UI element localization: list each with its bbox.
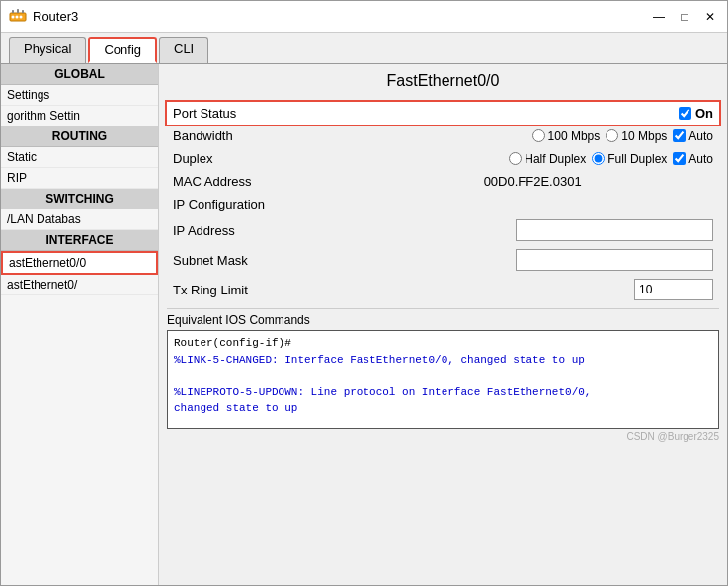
tab-cli[interactable]: CLI	[159, 37, 208, 63]
port-status-row: Port Status On	[167, 102, 719, 125]
sidebar-item-algorithm[interactable]: gorithm Settin	[1, 106, 158, 126]
terminal-line-5: changed state to up	[174, 400, 712, 417]
window-controls: — □ ✕	[650, 8, 719, 26]
bandwidth-100mbps-text: 100 Mbps	[548, 129, 601, 143]
sidebar-section-routing: ROUTING	[1, 126, 158, 147]
ip-address-row: IP Address	[167, 215, 719, 245]
port-status-cell: On	[352, 106, 713, 121]
bandwidth-10mbps-label[interactable]: 10 Mbps	[606, 129, 667, 143]
bandwidth-row: Bandwidth 100 Mbps 10 Mbps	[167, 125, 719, 147]
ip-address-input[interactable]	[516, 219, 713, 241]
bandwidth-10mbps-text: 10 Mbps	[621, 129, 667, 143]
tx-ring-label: Tx Ring Limit	[167, 275, 346, 304]
minimize-button[interactable]: —	[650, 8, 668, 26]
maximize-button[interactable]: □	[676, 8, 693, 26]
bandwidth-auto-checkbox[interactable]	[673, 129, 686, 142]
svg-rect-4	[12, 10, 14, 13]
svg-point-2	[16, 15, 19, 18]
duplex-full-label[interactable]: Full Duplex	[592, 152, 667, 166]
title-bar: Router3 — □ ✕	[1, 1, 727, 33]
sidebar-section-switching: SWITCHING	[1, 189, 158, 209]
equivalent-ios-label: Equivalent IOS Commands	[167, 313, 719, 327]
duplex-radio-group: Half Duplex Full Duplex Auto	[352, 152, 713, 166]
duplex-half-text: Half Duplex	[525, 152, 586, 166]
sidebar-section-interface: INTERFACE	[1, 230, 158, 251]
svg-rect-6	[22, 10, 24, 13]
tx-ring-row: Tx Ring Limit	[167, 275, 719, 304]
config-table: Port Status On Bandwidth	[167, 102, 719, 304]
bandwidth-auto-label[interactable]: Auto	[673, 129, 713, 143]
sidebar-item-static[interactable]: Static	[1, 147, 158, 168]
sidebar-item-vlan[interactable]: /LAN Databas	[1, 209, 158, 230]
sidebar-item-settings[interactable]: Settings	[1, 85, 158, 106]
ip-config-section-label: IP Configuration	[167, 193, 346, 215]
bandwidth-100mbps-label[interactable]: 100 Mbps	[532, 129, 601, 143]
subnet-mask-label: Subnet Mask	[167, 245, 346, 275]
equivalent-ios-section: Equivalent IOS Commands Router(config-if…	[167, 308, 719, 429]
sidebar: GLOBAL Settings gorithm Settin ROUTING S…	[1, 64, 159, 585]
duplex-half-radio[interactable]	[509, 152, 522, 165]
window-title: Router3	[33, 9, 78, 24]
watermark: CSDN @Burger2325	[167, 431, 719, 442]
port-status-on: On	[695, 106, 713, 121]
subnet-mask-input-cell	[346, 245, 719, 275]
tab-physical[interactable]: Physical	[9, 37, 86, 63]
duplex-value: Half Duplex Full Duplex Auto	[346, 147, 719, 170]
terminal-line-3	[174, 368, 712, 384]
duplex-half-label[interactable]: Half Duplex	[509, 152, 586, 166]
ip-config-header-row: IP Configuration	[167, 193, 719, 215]
router-icon	[9, 8, 27, 26]
svg-point-3	[20, 15, 23, 18]
terminal-box[interactable]: Router(config-if)# %LINK-5-CHANGED: Inte…	[167, 330, 719, 429]
duplex-auto-label[interactable]: Auto	[673, 152, 713, 166]
subnet-mask-input[interactable]	[516, 249, 713, 271]
mac-address-label: MAC Address	[167, 170, 346, 193]
right-panel: FastEthernet0/0 Port Status On Bandwidth	[159, 64, 727, 585]
svg-point-1	[12, 15, 15, 18]
close-button[interactable]: ✕	[701, 8, 719, 26]
port-status-checkbox[interactable]	[679, 107, 691, 120]
terminal-line-1: Router(config-if)#	[174, 335, 712, 352]
sidebar-scroll[interactable]: GLOBAL Settings gorithm Settin ROUTING S…	[1, 64, 158, 585]
bandwidth-auto-text: Auto	[688, 129, 713, 143]
duplex-auto-checkbox[interactable]	[673, 152, 686, 165]
tx-ring-value-cell	[346, 275, 719, 304]
bandwidth-10mbps-radio[interactable]	[606, 129, 618, 142]
tab-bar: Physical Config CLI	[1, 33, 727, 64]
duplex-row: Duplex Half Duplex Full Duplex	[167, 147, 719, 170]
sidebar-item-fasteth01[interactable]: astEthernet0/	[1, 275, 158, 295]
mac-address-row: MAC Address 00D0.FF2E.0301	[167, 170, 719, 193]
terminal-line-4: %LINEPROTO-5-UPDOWN: Line protocol on In…	[174, 384, 712, 401]
title-bar-left: Router3	[9, 8, 78, 26]
sidebar-item-rip[interactable]: RIP	[1, 168, 158, 189]
tab-config[interactable]: Config	[88, 37, 157, 63]
duplex-full-text: Full Duplex	[607, 152, 667, 166]
duplex-full-radio[interactable]	[592, 152, 605, 165]
mac-address-value: 00D0.FF2E.0301	[346, 170, 719, 193]
terminal-line-2: %LINK-5-CHANGED: Interface FastEthernet0…	[174, 352, 712, 369]
duplex-label: Duplex	[167, 147, 346, 170]
subnet-mask-row: Subnet Mask	[167, 245, 719, 275]
sidebar-section-global: GLOBAL	[1, 64, 158, 85]
duplex-auto-text: Auto	[688, 152, 713, 166]
svg-rect-5	[17, 9, 19, 13]
bandwidth-radio-group: 100 Mbps 10 Mbps Auto	[352, 129, 713, 143]
sidebar-item-fasteth00[interactable]: astEthernet0/0	[1, 251, 158, 275]
bandwidth-value: 100 Mbps 10 Mbps Auto	[346, 125, 719, 147]
ip-address-label: IP Address	[167, 215, 346, 245]
port-status-label: Port Status	[167, 102, 346, 125]
bandwidth-label: Bandwidth	[167, 125, 346, 147]
port-status-value: On	[346, 102, 719, 125]
tx-ring-input[interactable]	[634, 279, 713, 300]
main-content: GLOBAL Settings gorithm Settin ROUTING S…	[1, 64, 727, 585]
ip-address-input-cell	[346, 215, 719, 245]
main-window: Router3 — □ ✕ Physical Config CLI GLOBAL…	[0, 0, 728, 586]
bandwidth-100mbps-radio[interactable]	[532, 129, 545, 142]
interface-title: FastEthernet0/0	[167, 72, 719, 94]
